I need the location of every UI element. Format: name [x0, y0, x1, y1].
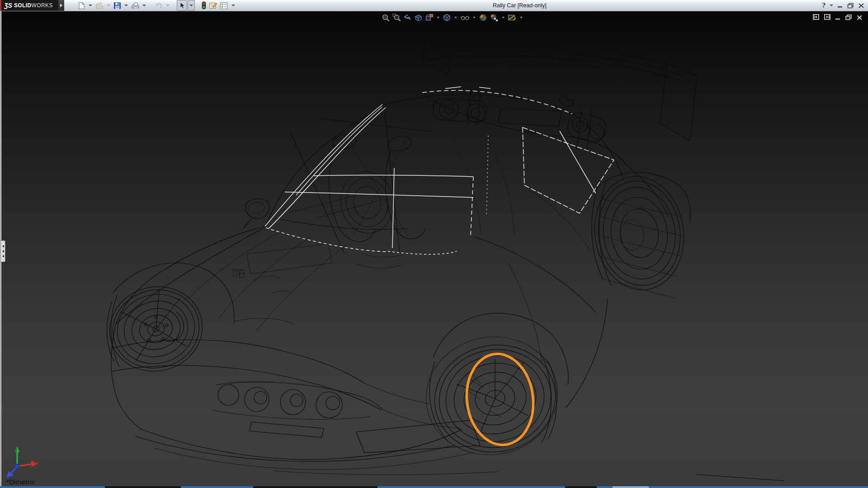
minimize-button[interactable]	[837, 0, 843, 11]
print-button[interactable]	[130, 0, 140, 10]
zoom-to-area-icon	[392, 14, 401, 22]
display-style-button[interactable]	[442, 13, 452, 22]
print-dropdown[interactable]	[142, 5, 146, 6]
print-icon	[131, 2, 139, 9]
open-document-icon	[95, 2, 104, 9]
orientation-triad	[3, 445, 52, 481]
view-orientation-button[interactable]	[425, 13, 434, 22]
restore-button[interactable]	[847, 0, 854, 11]
view-orientation-dropdown[interactable]	[437, 17, 439, 19]
section-view-button[interactable]	[414, 13, 423, 22]
graphics-viewport[interactable]: *Dimetric	[0, 11, 868, 486]
zoom-to-area-button[interactable]	[392, 13, 401, 22]
new-document-dropdown[interactable]	[89, 5, 92, 6]
menu-flyout-tab[interactable]	[58, 0, 64, 11]
view-settings-button[interactable]	[507, 13, 517, 22]
model-canvas[interactable]	[0, 11, 868, 486]
brand-mark: ƷS	[4, 2, 12, 9]
solidworks-logo: ƷS SOLIDWORKS	[0, 0, 58, 11]
pane-next-button[interactable]	[824, 14, 831, 22]
flyout-arrow-icon	[60, 4, 62, 7]
view-orientation-label: *Dimetric	[6, 478, 35, 486]
help-dropdown[interactable]	[830, 5, 833, 6]
comment-sheet-icon	[209, 1, 217, 9]
new-document-icon	[78, 2, 85, 9]
previous-view-icon	[403, 14, 412, 22]
undo-button[interactable]	[153, 0, 164, 10]
view-settings-dropdown[interactable]	[520, 17, 523, 19]
options-checklist-icon	[220, 2, 228, 9]
expand-arrow-icon	[2, 255, 4, 258]
restore-icon	[847, 3, 854, 9]
display-states-button[interactable]	[200, 0, 208, 10]
minimize-icon	[835, 15, 841, 20]
save-icon	[113, 2, 121, 9]
hide-show-items-icon	[460, 14, 470, 22]
minimize-button[interactable]	[835, 14, 841, 22]
display-states-icon	[201, 1, 207, 9]
undo-icon	[154, 2, 163, 9]
previous-view-button[interactable]	[403, 13, 412, 22]
apply-scene-button[interactable]	[489, 13, 499, 22]
close-button[interactable]	[858, 0, 864, 11]
restore-icon	[845, 14, 852, 20]
minimize-icon	[837, 3, 843, 8]
edit-appearance-icon	[479, 14, 487, 22]
save-dropdown[interactable]	[124, 5, 128, 6]
app-window-controls: ?	[822, 0, 864, 11]
document-title: Rally Car [Read-only]	[493, 2, 547, 9]
select-tool-button[interactable]	[177, 0, 187, 11]
headsup-view-toolbar	[381, 13, 524, 22]
view-settings-icon	[508, 14, 517, 22]
undo-dropdown[interactable]	[166, 5, 170, 6]
display-style-dropdown[interactable]	[454, 17, 457, 19]
hide-show-items-button[interactable]	[460, 13, 470, 22]
select-tool-dropdown[interactable]	[188, 0, 195, 11]
options-dropdown[interactable]	[231, 5, 235, 6]
car-wireframe	[101, 43, 784, 481]
section-view-icon	[414, 14, 423, 22]
close-icon	[857, 15, 863, 20]
document-window-controls	[813, 14, 863, 22]
save-button[interactable]	[113, 0, 122, 10]
expand-arrow-icon	[2, 250, 4, 253]
brand-word: SOLIDWORKS	[14, 3, 53, 8]
display-style-icon	[443, 14, 451, 22]
comment-button[interactable]	[208, 0, 218, 10]
apply-scene-icon	[490, 14, 499, 22]
triad-origin	[15, 464, 19, 469]
help-button[interactable]: ?	[822, 0, 826, 11]
new-document-button[interactable]	[77, 0, 86, 10]
pane-next-icon	[824, 14, 831, 20]
view-orientation-icon	[425, 14, 434, 22]
pane-previous-icon	[813, 14, 820, 20]
titlebar: ƷS SOLIDWORKS	[0, 0, 868, 11]
open-document-dropdown[interactable]	[107, 5, 110, 6]
select-cursor-icon	[178, 1, 186, 9]
help-icon: ?	[822, 2, 826, 9]
pane-previous-button[interactable]	[813, 14, 820, 22]
featuremanager-expand-handle[interactable]	[1, 240, 5, 262]
zoom-to-fit-icon	[382, 14, 390, 22]
apply-scene-dropdown[interactable]	[502, 17, 505, 19]
hide-show-items-dropdown[interactable]	[473, 17, 476, 19]
close-button[interactable]	[857, 14, 863, 22]
selection-highlight-circle[interactable]	[462, 350, 538, 449]
taskbar-edge-strip	[0, 486, 868, 488]
options-button[interactable]	[219, 0, 229, 10]
open-document-button[interactable]	[94, 0, 104, 10]
restore-button[interactable]	[845, 14, 852, 22]
standard-toolbar	[77, 0, 237, 11]
edit-appearance-button[interactable]	[478, 13, 488, 22]
expand-arrow-icon	[2, 245, 4, 248]
close-icon	[858, 3, 864, 9]
zoom-to-fit-button[interactable]	[381, 13, 391, 22]
